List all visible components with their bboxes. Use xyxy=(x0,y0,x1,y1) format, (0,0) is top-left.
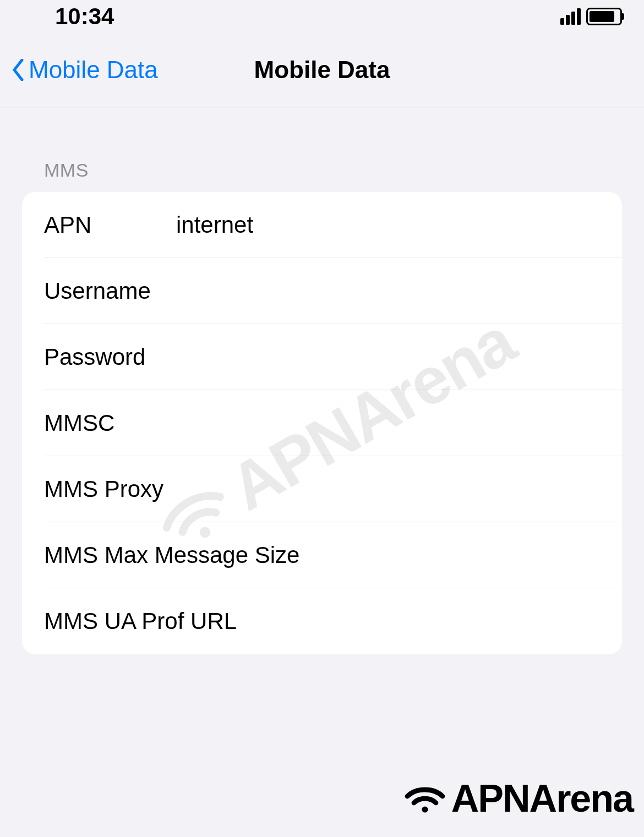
input-mms-ua-prof[interactable] xyxy=(237,608,600,634)
back-label: Mobile Data xyxy=(29,56,158,84)
label-password: Password xyxy=(44,344,176,370)
cellular-signal-icon xyxy=(560,8,581,25)
input-password[interactable] xyxy=(176,344,600,370)
status-time: 10:34 xyxy=(55,3,114,30)
label-username: Username xyxy=(44,278,176,304)
row-mmsc[interactable]: MMSC xyxy=(22,390,622,456)
content: MMS APN Username Password MMSC MMS Proxy… xyxy=(0,107,644,654)
input-mms-proxy[interactable] xyxy=(176,476,600,502)
label-mms-ua-prof: MMS UA Prof URL xyxy=(44,608,237,634)
row-mms-proxy[interactable]: MMS Proxy xyxy=(22,456,622,522)
status-bar: 10:34 xyxy=(0,0,644,33)
battery-icon xyxy=(586,8,622,25)
label-mmsc: MMSC xyxy=(44,410,176,436)
svg-point-1 xyxy=(422,806,428,812)
back-button[interactable]: Mobile Data xyxy=(0,56,158,84)
input-mms-max-size[interactable] xyxy=(299,542,600,568)
footer-logo-text: APNArena xyxy=(451,776,633,820)
label-mms-max-size: MMS Max Message Size xyxy=(44,542,299,568)
input-apn[interactable] xyxy=(176,212,600,238)
nav-title: Mobile Data xyxy=(254,56,390,84)
label-apn: APN xyxy=(44,212,176,238)
row-mms-ua-prof[interactable]: MMS UA Prof URL xyxy=(22,588,622,654)
footer-logo: APNArena xyxy=(403,776,633,820)
settings-group-mms: APN Username Password MMSC MMS Proxy MMS… xyxy=(22,192,622,654)
status-icons xyxy=(560,8,622,25)
nav-bar: Mobile Data Mobile Data xyxy=(0,33,644,107)
input-mmsc[interactable] xyxy=(176,410,600,436)
section-header-mms: MMS xyxy=(22,160,622,181)
row-password[interactable]: Password xyxy=(22,324,622,390)
wifi-icon xyxy=(403,782,447,815)
row-username[interactable]: Username xyxy=(22,258,622,324)
chevron-left-icon xyxy=(12,59,24,81)
row-apn[interactable]: APN xyxy=(22,192,622,258)
row-mms-max-size[interactable]: MMS Max Message Size xyxy=(22,522,622,588)
label-mms-proxy: MMS Proxy xyxy=(44,476,176,502)
input-username[interactable] xyxy=(176,278,600,304)
